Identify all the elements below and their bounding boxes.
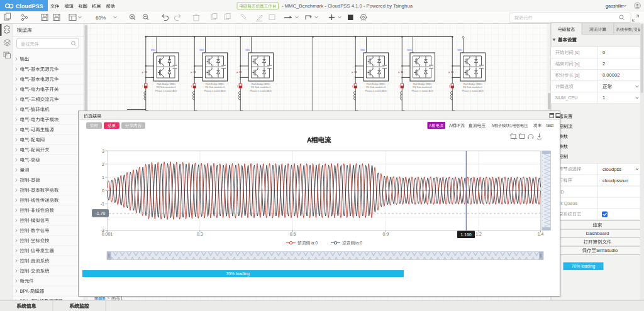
- svg-text:-1.70: -1.70: [96, 211, 106, 216]
- svg-text:Dashboard: Dashboard: [586, 231, 609, 236]
- svg-text:1.4: 1.4: [538, 232, 544, 236]
- svg-text:NUM_CPU: NUM_CPU: [555, 95, 578, 101]
- svg-text:[s]: [s]: [575, 61, 580, 67]
- svg-text:cloudpssrun: cloudpssrun: [602, 178, 628, 183]
- svg-text:SimStudio: SimStudio: [596, 248, 618, 253]
- svg-text:1.2: 1.2: [475, 232, 482, 236]
- svg-text:0.3: 0.3: [197, 232, 203, 236]
- svg-text:cloudpss: cloudpss: [602, 166, 621, 172]
- svg-text:[s]: [s]: [575, 50, 580, 55]
- svg-text:0: 0: [102, 188, 104, 193]
- svg-text:0.00002: 0.00002: [602, 72, 619, 78]
- svg-text:1: 1: [102, 175, 104, 180]
- svg-text:0: 0: [602, 50, 605, 55]
- svg-text:CloudPSS: CloudPSS: [16, 3, 43, 9]
- svg-text:[s]: [s]: [575, 72, 580, 78]
- svg-text:0.6: 0.6: [290, 232, 296, 236]
- svg-text:0.001: 0.001: [102, 232, 113, 236]
- svg-text:2: 2: [102, 162, 104, 166]
- svg-text:ia:0: ia:0: [355, 241, 362, 245]
- svg-text:1: 1: [602, 95, 605, 101]
- svg-text:-1: -1: [101, 202, 104, 206]
- svg-text:2: 2: [602, 61, 605, 67]
- svg-text:1.160: 1.160: [460, 232, 472, 237]
- svg-text:70% loading: 70% loading: [226, 271, 250, 276]
- svg-text:70% loading: 70% loading: [572, 264, 596, 269]
- svg-text:0.9: 0.9: [382, 232, 389, 236]
- svg-text:60%: 60%: [96, 15, 106, 21]
- svg-text:- MMC_Benchmark - CloudPSS: - MMC_Benchmark - CloudPSS 4.1.0 - Power…: [282, 3, 413, 9]
- svg-text:3: 3: [102, 149, 104, 153]
- svg-text:test: test: [547, 123, 553, 128]
- svg-text:gaoshilin: gaoshilin: [606, 3, 623, 9]
- svg-text:ia:0: ia:0: [311, 241, 318, 245]
